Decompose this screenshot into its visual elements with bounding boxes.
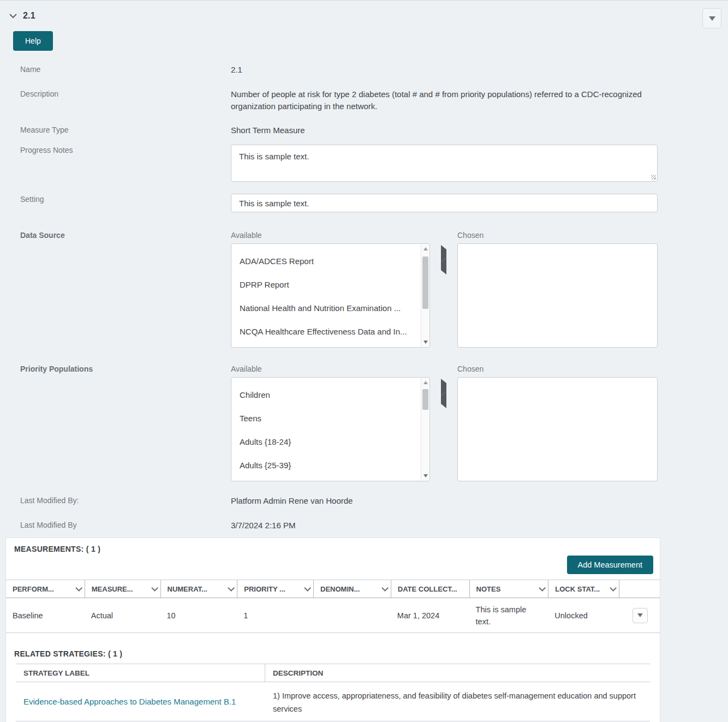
chevron-down-icon [151,584,158,592]
measurements-table-header: PERFORM... MEASURE... NUMERAT... PRIORIT… [6,580,660,598]
chevron-down-icon [610,584,617,592]
scrollbar[interactable] [421,378,429,480]
name-value: 2.1 [231,64,658,75]
description-value: Number of people at risk for type 2 diab… [231,88,658,112]
measurements-title: MEASUREMENTS: ( 1 ) [6,542,660,553]
cell-numerator: 10 [160,605,237,626]
priority-populations-label: Priority Populations [20,363,231,373]
measure-form: Name 2.1 Description Number of people at… [0,64,728,531]
list-item[interactable]: ADA/ADCES Report [231,249,429,273]
last-modified-by-row: Last Modified By: Platform Admin Rene va… [20,495,658,506]
priority-populations-available-listbox[interactable]: Children Teens Adults {18-24} Adults {25… [231,377,430,481]
scrollbar-thumb[interactable] [422,389,428,410]
measure-type-row: Measure Type Short Term Measure [20,124,658,136]
strategy-description: 1) Improve access, appropriateness, and … [265,682,650,721]
column-header-description: DESCRIPTION [265,664,650,682]
column-header-priority[interactable]: PRIORITY ... [237,580,313,598]
table-row: Baseline Actual 10 1 Mar 1, 2024 This is… [6,598,660,633]
column-header-date-collected[interactable]: DATE COLLECT... [391,580,469,598]
scrollbar-down-icon[interactable] [421,472,429,480]
panel-header: 2.1 [0,1,728,21]
progress-notes-textarea[interactable]: This is sample text. [231,145,658,182]
chevron-down-icon [75,584,82,592]
setting-label: Setting [20,194,231,204]
progress-notes-label: Progress Notes [20,145,231,154]
chevron-down-icon [9,13,17,19]
row-actions-dropdown-button[interactable] [632,608,648,623]
priority-populations-chosen-listbox[interactable] [457,377,658,481]
column-header-numerator[interactable]: NUMERAT... [160,580,237,598]
scrollbar-down-icon[interactable] [421,338,429,347]
data-source-label: Data Source [20,230,231,240]
column-header-strategy-label: STRATEGY LABEL [16,664,265,682]
measurements-card: MEASUREMENTS: ( 1 ) Add Measurement PERF… [5,538,660,722]
panel-collapse-button[interactable] [702,8,721,28]
scrollbar[interactable] [421,244,429,347]
table-row: Evidence-based Approaches to Diabetes Ma… [16,682,650,721]
column-header-notes[interactable]: NOTES [469,580,548,598]
name-label: Name [20,64,231,74]
description-label: Description [20,88,231,98]
list-item[interactable]: National Health and Nutrition Examinatio… [231,296,429,320]
page-title: 2.1 [23,11,35,21]
caret-down-icon [709,16,715,21]
column-header-denominator[interactable]: DENOMIN... [313,580,391,598]
list-item[interactable]: Teens [231,407,429,430]
setting-row: Setting [20,194,658,212]
move-left-button[interactable] [439,260,449,272]
list-item[interactable]: Adults {25-39} [231,454,429,477]
cell-performance: Baseline [6,605,85,626]
list-item[interactable]: DPRP Report [231,273,429,296]
column-header-lock-status[interactable]: LOCK STAT... [548,580,619,598]
collapse-section-toggle[interactable] [8,13,17,19]
caret-down-icon [637,613,643,617]
data-source-row: Data Source Available ADA/ADCES Report D… [20,230,658,348]
list-item[interactable]: Adults {18-24} [231,430,429,454]
related-strategies-header: STRATEGY LABEL DESCRIPTION [16,664,650,682]
cell-denominator [313,611,391,620]
measurements-table: PERFORM... MEASURE... NUMERAT... PRIORIT… [6,580,660,633]
help-button[interactable]: Help [13,31,53,51]
last-modified-date-value: 3/7/2024 2:16 PM [231,520,658,531]
cell-notes: This is sample text. [469,599,548,632]
available-label: Available [231,230,430,241]
cell-date-collected: Mar 1, 2024 [391,605,469,626]
chosen-label: Chosen [457,363,658,375]
column-header-performance[interactable]: PERFORM... [6,580,85,598]
last-modified-by-value: Platform Admin Rene van Hoorde [231,495,658,506]
arrow-left-icon [441,258,446,275]
strategy-link[interactable]: Evidence-based Approaches to Diabetes Ma… [23,695,236,708]
column-header-actions [619,580,660,598]
list-item[interactable]: Children [231,383,429,407]
name-row: Name 2.1 [20,64,658,75]
last-modified-by-label: Last Modified By: [20,495,231,505]
setting-input[interactable] [231,194,658,212]
progress-notes-row: Progress Notes This is sample text. [20,145,658,182]
arrow-left-icon [441,391,446,408]
related-strategies-title: RELATED STRATEGIES: ( 1 ) [6,633,660,658]
data-source-chosen-listbox[interactable] [457,243,658,348]
measure-detail-panel: 2.1 Help Name 2.1 Description Number of … [0,1,728,722]
column-header-measure[interactable]: MEASURE... [85,580,160,598]
chevron-down-icon [228,584,235,592]
scrollbar-up-icon[interactable] [421,378,429,387]
cell-measure: Actual [85,605,160,626]
data-source-available-listbox[interactable]: ADA/ADCES Report DPRP Report National He… [231,243,430,348]
available-label: Available [231,363,430,375]
measure-type-value: Short Term Measure [231,124,658,136]
list-item[interactable]: NCQA Healthcare Effectiveness Data and I… [231,320,429,343]
measure-type-label: Measure Type [20,124,231,134]
scrollbar-thumb[interactable] [422,256,428,309]
cell-lock-status: Unlocked [548,605,619,626]
related-strategies-table: STRATEGY LABEL DESCRIPTION Evidence-base… [16,664,650,721]
last-modified-date-row: Last Modified By 3/7/2024 2:16 PM [20,520,658,531]
chevron-down-icon [304,584,311,592]
chosen-label: Chosen [457,230,658,241]
move-left-button[interactable] [439,393,449,406]
cell-priority: 1 [237,605,313,626]
last-modified-date-label: Last Modified By [20,520,231,529]
add-measurement-button[interactable]: Add Measurement [567,556,653,574]
description-row: Description Number of people at risk for… [20,88,658,112]
scrollbar-up-icon[interactable] [421,244,429,253]
priority-populations-row: Priority Populations Available Children … [20,363,658,481]
